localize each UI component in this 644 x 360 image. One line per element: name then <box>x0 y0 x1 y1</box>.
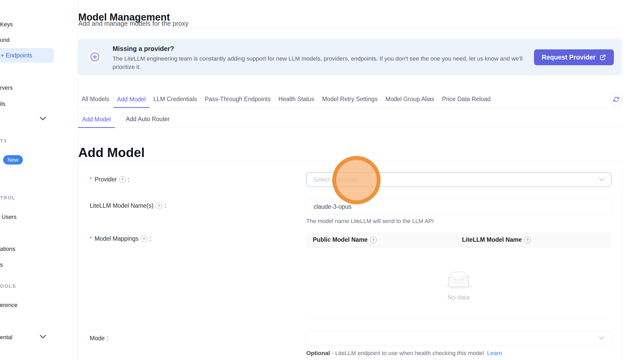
sidebar-item-ental[interactable]: ental <box>0 334 12 341</box>
sidebar-item-ils[interactable]: ils <box>0 101 5 107</box>
refresh-button[interactable] <box>610 93 622 106</box>
sidebar-item-rvers[interactable]: rvers <box>0 84 13 91</box>
tab-add-model[interactable]: Add Model <box>113 91 149 108</box>
sidebar-section-trol: TROL <box>0 195 16 201</box>
column-litellm-model-name: LiteLLM Model Name <box>457 236 531 243</box>
column-public-model-name: Public Model Name <box>306 236 457 243</box>
help-icon[interactable] <box>370 237 377 243</box>
empty-inbox-icon <box>445 271 472 289</box>
plus-circle-icon <box>88 50 101 63</box>
model-tabs: All Models Add Model LLM Credentials Pas… <box>78 91 622 108</box>
page-subtitle: Add and manage models for the proxy <box>78 20 188 27</box>
chevron-down-icon[interactable] <box>40 335 46 339</box>
model-name-value: claude-3-opus <box>314 203 352 210</box>
provider-label: * Provider : <box>90 176 129 183</box>
column-divider <box>457 236 457 244</box>
subtab-add-model[interactable]: Add Model <box>78 112 115 128</box>
sidebar-item-keys[interactable]: Keys <box>0 21 13 28</box>
mode-label: Mode : <box>90 335 108 342</box>
help-icon[interactable] <box>119 176 126 183</box>
model-name-help: The model name LiteLLM will send to the … <box>306 218 434 225</box>
model-mappings-label: * Model Mappings : <box>90 235 151 242</box>
add-model-heading: Add Model <box>78 145 145 160</box>
subtab-add-auto-router[interactable]: Add Auto Router <box>122 112 174 128</box>
sidebar-item-users[interactable]: Users <box>2 214 16 220</box>
sidebar-item-models-endpoints[interactable]: + Endpoints <box>0 48 54 63</box>
required-marker: * <box>90 235 92 242</box>
no-data-text: No data <box>306 294 611 301</box>
tab-health-status[interactable]: Health Status <box>275 91 318 108</box>
missing-provider-banner: Missing a provider? The LiteLLM engineer… <box>78 39 622 75</box>
new-badge: New <box>3 155 23 165</box>
refresh-icon <box>613 96 619 102</box>
mappings-table-header: Public Model Name LiteLLM Model Name <box>306 232 611 247</box>
sidebar-item-ations[interactable]: ations <box>0 246 15 252</box>
provider-select[interactable]: Select a provider <box>306 172 611 187</box>
sidebar-item-s[interactable]: s <box>0 261 3 268</box>
banner-title: Missing a provider? <box>113 45 174 53</box>
empty-state: No data <box>306 271 611 301</box>
chevron-down-icon <box>599 336 605 340</box>
chevron-down-icon <box>599 178 605 181</box>
model-name-input[interactable]: claude-3-opus <box>306 199 611 215</box>
tab-all-models[interactable]: All Models <box>78 91 113 108</box>
sidebar-section-ty: TY <box>0 138 7 144</box>
tab-price-data-reload[interactable]: Price Data Reload <box>438 91 494 108</box>
tab-pass-through-endpoints[interactable]: Pass-Through Endpoints <box>201 91 274 108</box>
model-mappings-table: Public Model Name LiteLLM Model Name <box>306 232 611 318</box>
mode-select[interactable] <box>306 331 611 345</box>
sidebar-section-ools: OOLS <box>0 283 16 289</box>
header-divider <box>78 28 622 28</box>
help-icon[interactable] <box>155 202 162 209</box>
add-model-subtabs: Add Model Add Auto Router <box>78 112 622 128</box>
add-model-card: * Provider : Select a provider LiteLLM M… <box>78 160 622 360</box>
required-marker: * <box>90 176 92 183</box>
tab-llm-credentials[interactable]: LLM Credentials <box>150 91 200 108</box>
mode-help: Optional - LiteLLM endpoint to use when … <box>306 350 502 357</box>
sidebar-item-und[interactable]: und <box>0 37 10 43</box>
sidebar-item-label: + Endpoints <box>1 52 32 59</box>
banner-body: The LiteLLM engineering team is constant… <box>113 55 526 71</box>
learn-link[interactable]: Learn <box>487 350 502 356</box>
sidebar: Keys und + Endpoints rvers ils TY New TR… <box>0 0 78 360</box>
model-name-label: LiteLLM Model Name(s) : <box>90 202 166 209</box>
request-provider-button[interactable]: Request Provider <box>534 49 614 65</box>
sidebar-item-erence[interactable]: erence <box>0 302 17 309</box>
provider-placeholder: Select a provider <box>313 176 358 183</box>
help-icon[interactable] <box>141 235 147 242</box>
external-link-icon <box>599 54 606 61</box>
chevron-down-icon[interactable] <box>40 116 46 121</box>
help-icon[interactable] <box>524 237 531 243</box>
main-content: Model Management Add and manage models f… <box>78 0 622 360</box>
tab-model-retry-settings[interactable]: Model Retry Settings <box>318 91 381 108</box>
tab-model-group-alias[interactable]: Model Group Alias <box>382 91 438 108</box>
